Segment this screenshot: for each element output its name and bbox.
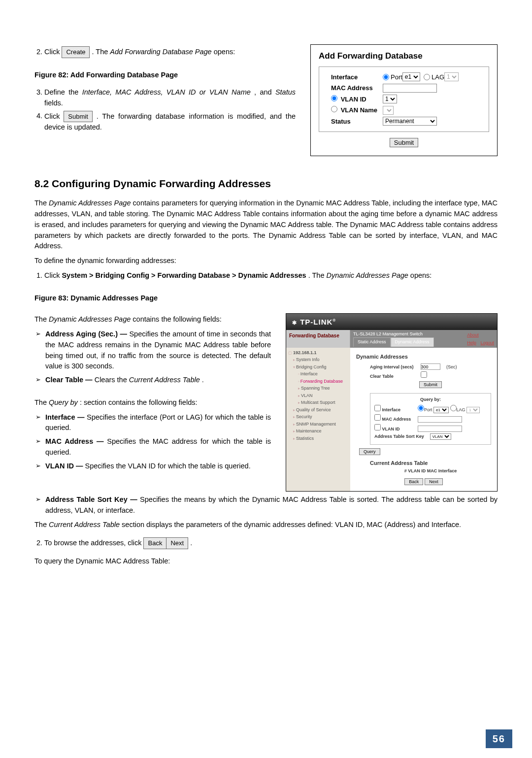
figure-82-caption: Figure 82: Add Forwarding Database Page — [34, 70, 296, 81]
top-row: Click Create . The Add Forwarding Databa… — [34, 44, 498, 156]
tree-item[interactable]: ▸Quality of Service — [293, 407, 348, 414]
steps-list-top: Click Create . The Add Forwarding Databa… — [34, 46, 296, 58]
vlanid-radio[interactable] — [331, 95, 337, 101]
fields-intro: The Dynamic Addresses Page contains the … — [34, 314, 271, 325]
vlanid-select[interactable]: 1 — [383, 95, 397, 103]
qb-vlan: VLAN ID — [374, 424, 487, 433]
port-label: Port — [391, 72, 402, 82]
back-button-inline[interactable]: Back — [143, 537, 166, 549]
query-button[interactable]: Query — [359, 448, 380, 455]
query-mac: MAC Address — Specifies the MAC address … — [34, 436, 271, 458]
tree-item[interactable]: ▸Security — [293, 414, 348, 421]
brand-name: TP-LINK — [300, 318, 332, 326]
folder-icon: ▸ — [293, 422, 295, 427]
status-select[interactable]: Permanent — [383, 117, 437, 126]
step4-pre: Click — [44, 112, 64, 120]
folder-icon: ▢ — [288, 351, 292, 355]
folder-icon: ▸ — [293, 408, 295, 412]
mac-input[interactable] — [383, 84, 437, 93]
qb-iface-checkbox[interactable] — [374, 405, 381, 411]
submit-row: Submit — [319, 137, 489, 148]
create-button[interactable]: Create — [62, 46, 90, 58]
row-submit: Submit — [370, 381, 491, 389]
next-button-inline[interactable]: Next — [166, 537, 188, 549]
lag-select[interactable]: 1 — [444, 72, 459, 81]
field-aging: Address Aging (Sec.) — Specifies the amo… — [34, 329, 271, 372]
step3-ital: Interface, MAC Address, VLAN ID or VLAN … — [82, 88, 251, 96]
brand-logo-icon: ✱ — [292, 320, 297, 326]
row-clear: Clear Table — [370, 371, 491, 380]
sort-key-list: Address Table Sort Key — Specifies the m… — [34, 494, 498, 516]
add-fwd-title: Add Forwarding Database — [319, 50, 489, 63]
row-mac: MAC Address — [331, 83, 489, 93]
about-link[interactable]: About — [467, 332, 479, 337]
qb-sort: Address Table Sort Key VLAN — [374, 433, 487, 440]
qb-interface: Interface Port e1 LAG 1 — [374, 405, 487, 414]
logout-link[interactable]: Logout — [480, 340, 494, 345]
table-back-button[interactable]: Back — [404, 478, 423, 485]
dyn-submit-button[interactable]: Submit — [419, 381, 442, 388]
qb-lag-radio[interactable] — [450, 405, 457, 411]
clear-checkbox[interactable] — [421, 371, 427, 378]
tree-item[interactable]: ▸System Info — [293, 357, 348, 363]
step-4: Click Submit . The forwarding database i… — [44, 111, 296, 133]
tree-item[interactable]: ▸VLAN — [298, 393, 348, 399]
vlanname-select[interactable] — [383, 106, 394, 115]
qb-vlan-input[interactable] — [418, 426, 462, 432]
add-forwarding-figure: Add Forwarding Database Interface Port e… — [310, 44, 498, 156]
query-list: Interface — Specifies the interface (Por… — [34, 412, 271, 472]
vlanid-label: VLAN ID — [331, 95, 383, 104]
qb-port-select[interactable]: e1 — [433, 407, 449, 413]
mid-left-col: The Dynamic Addresses Page contains the … — [34, 310, 271, 474]
tree-item[interactable]: ▸Statistics — [293, 435, 348, 442]
current-address-table-title: Current Address Table — [370, 459, 491, 467]
tree-item[interactable]: ▸SNMP Management — [293, 421, 348, 428]
tab-dynamic[interactable]: Dynamic Address — [391, 337, 434, 347]
qb-lag-select[interactable]: 1 — [466, 407, 480, 413]
qb-vlan-checkbox[interactable] — [374, 424, 381, 430]
tree-item[interactable]: ▫Interface — [298, 371, 348, 378]
qb-sort-select[interactable]: VLAN — [430, 433, 451, 440]
folder-icon: ▸ — [293, 436, 295, 441]
help-link[interactable]: Help — [467, 340, 476, 345]
step2-ital: Add Forwarding Database Page — [110, 48, 211, 56]
port-select[interactable]: e1 — [402, 72, 420, 81]
folder-icon: ▸ — [298, 400, 300, 405]
interface-label: Interface — [331, 72, 383, 82]
step2-pre: Click — [44, 48, 62, 56]
dyn-hdr-title: TL-SL3428 L2 Management Switch — [353, 331, 434, 338]
vlanname-radio[interactable] — [331, 106, 337, 112]
query-intro: The Query by : section contains the foll… — [34, 397, 271, 408]
dyn-links: About Help Logout — [464, 331, 494, 346]
add-fwd-submit-button[interactable]: Submit — [390, 138, 418, 147]
tree-item[interactable]: ▸Maintenance — [293, 428, 348, 435]
lag-radio[interactable] — [424, 74, 430, 80]
query-vlan: VLAN ID — Specifies the VLAN ID for whic… — [34, 461, 271, 472]
add-fwd-body: Interface Port e1 LAG 1 MAC Address — [319, 66, 489, 132]
qb-mac-checkbox[interactable] — [374, 414, 381, 421]
tree-item[interactable]: ▸Multicast Support — [298, 399, 348, 406]
field-list: Address Aging (Sec.) — Specifies the amo… — [34, 329, 271, 386]
brand-bar: ✱ TP-LINK® — [286, 314, 497, 330]
tab-static[interactable]: Static Address — [353, 337, 391, 347]
submit-button-inline[interactable]: Submit — [64, 111, 92, 123]
qb-port-radio[interactable] — [418, 405, 424, 411]
port-radio[interactable] — [383, 74, 389, 80]
dynamic-addresses-figure: ✱ TP-LINK® Forwarding Database TL-SL3428… — [286, 310, 498, 492]
dyn-hdr-left: Forwarding Database — [286, 330, 350, 348]
aging-input[interactable] — [421, 363, 440, 370]
table-next-button[interactable]: Next — [425, 478, 443, 485]
tree-item[interactable]: ▸Spanning Tree — [298, 385, 348, 392]
query-sort: Address Table Sort Key — Specifies the m… — [34, 494, 498, 516]
row-status: Status Permanent — [331, 117, 489, 127]
qb-mac-input[interactable] — [418, 416, 462, 423]
add-fwd-panel: Add Forwarding Database Interface Port e… — [310, 44, 498, 156]
vlanname-label: VLAN Name — [331, 105, 383, 115]
tree-item[interactable]: ▫Forwarding Database — [298, 378, 348, 385]
tree-item[interactable]: ▾Bridging Config ▫Interface ▫Forwarding … — [293, 364, 348, 406]
field-clear: Clear Table — Clears the Current Address… — [34, 375, 271, 386]
lag-label: LAG — [432, 72, 444, 82]
tree-root[interactable]: ▢192.168.1.1 — [288, 350, 348, 357]
folder-icon: ▸ — [298, 394, 300, 398]
dyn-tabs: Static Address Dynamic Address — [353, 337, 434, 347]
